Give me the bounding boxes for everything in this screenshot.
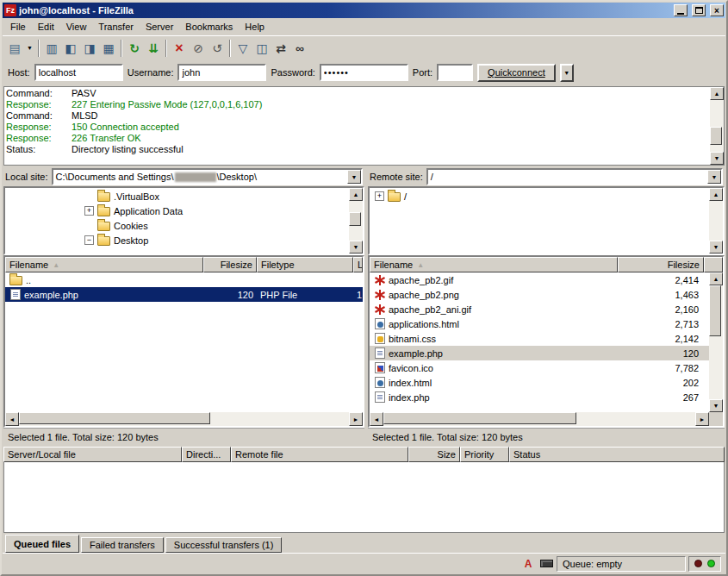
local-site-combobox[interactable]: C:\Documents and Settings\\Desktop\ ▼ [52,168,363,185]
file-row[interactable]: index.php 267 [370,390,709,404]
remote-tree-scrollbar[interactable]: ▲ ▼ [709,188,723,254]
scroll-up-icon[interactable]: ▲ [710,87,724,100]
file-row[interactable]: .. [5,272,363,287]
scrollbar-thumb[interactable] [709,285,721,336]
tree-item[interactable]: −Desktop [5,233,349,247]
scrollbar-thumb[interactable] [349,212,361,226]
menu-file[interactable]: File [4,20,32,34]
menu-bookmarks[interactable]: Bookmarks [179,20,239,34]
reconnect-icon[interactable]: ↺ [208,39,227,58]
column-header-filesize[interactable]: Filesize [203,257,257,272]
ascii-datatype-icon: A [520,557,536,571]
local-tree-scrollbar[interactable]: ▲ ▼ [349,188,363,254]
quickconnect-dropdown-icon[interactable]: ▼ [560,64,574,82]
port-input[interactable] [437,64,473,81]
column-header-filesize[interactable]: Filesize [618,257,704,272]
scrollbar-thumb[interactable] [383,412,576,424]
folder-icon [388,192,401,202]
menu-edit[interactable]: Edit [32,20,60,34]
column-header-filename[interactable]: Filename▲ [5,257,203,272]
maximize-button[interactable] [692,4,706,16]
tree-item[interactable]: .VirtualBox [5,189,349,203]
file-row[interactable]: index.html 202 [370,375,709,390]
minimize-button[interactable] [674,4,688,16]
queue-body[interactable] [3,462,725,533]
collapse-icon[interactable]: − [84,235,94,245]
tab-queued-files[interactable]: Queued files [5,535,79,553]
file-row[interactable]: favicon.ico 7,782 [370,360,709,375]
file-row-selected[interactable]: example.php 120 [370,346,709,360]
username-input[interactable] [177,64,266,81]
scroll-left-icon[interactable]: ◄ [370,412,383,426]
file-row[interactable]: apache_pb2_ani.gif 2,160 [370,302,709,316]
local-tree-toggle-icon[interactable]: ◧ [61,39,80,58]
expand-icon[interactable]: + [84,206,94,216]
column-header-direction[interactable]: Directi... [182,447,231,462]
site-manager-icon[interactable]: ▤ [5,39,24,58]
password-input[interactable] [320,64,408,81]
column-header-priority[interactable]: Priority [460,447,509,462]
scroll-left-icon[interactable]: ◄ [5,412,19,426]
tree-item[interactable]: +Application Data [5,203,349,218]
log-scrollbar[interactable]: ▲ ▼ [710,87,724,165]
scroll-down-icon[interactable]: ▼ [710,152,724,165]
cancel-icon[interactable]: × [170,39,189,58]
tree-item[interactable]: +/ [370,189,709,203]
refresh-icon[interactable]: ↻ [125,39,144,58]
filter-icon[interactable]: ▽ [233,39,252,58]
scroll-up-icon[interactable]: ▲ [349,188,363,201]
file-row[interactable]: applications.html 2,713 [370,316,709,331]
column-header-filetype[interactable]: Filetype [257,257,353,272]
column-header-filename[interactable]: Filename▲ [370,257,618,272]
scroll-right-icon[interactable]: ► [349,412,363,426]
expand-icon[interactable]: + [375,191,384,201]
column-header-status[interactable]: Status [509,447,725,462]
local-hscrollbar[interactable]: ◄ ► [5,412,363,426]
file-row[interactable]: bitnami.css 2,142 [370,331,709,346]
scrollbar-thumb[interactable] [19,412,210,424]
menu-help[interactable]: Help [239,20,271,34]
column-header-size[interactable]: Size [408,447,460,462]
remote-list-scrollbar[interactable]: ▲ ▼ [709,272,723,412]
column-header-modified[interactable]: L [353,257,363,272]
username-label: Username: [128,67,174,78]
host-label: Host: [8,67,30,78]
file-row-selected[interactable]: example.php 120 PHP File 1 [5,287,363,302]
scroll-down-icon[interactable]: ▼ [349,241,363,254]
message-log-text: Command:PASV Response:227 Entering Passi… [4,87,710,165]
remote-site-combobox[interactable]: / ▼ [426,168,723,185]
host-input[interactable] [34,64,123,81]
scroll-down-icon[interactable]: ▼ [709,241,723,254]
remote-hscrollbar[interactable]: ◄ ► [370,412,723,426]
scroll-right-icon[interactable]: ► [695,412,709,426]
scrollbar-thumb[interactable] [710,127,722,144]
column-header-remote-file[interactable]: Remote file [231,447,408,462]
message-log-toggle-icon[interactable]: ▥ [42,39,61,58]
column-header-blank [704,257,723,272]
sync-browsing-icon[interactable]: ⇄ [271,39,290,58]
scroll-down-icon[interactable]: ▼ [709,399,723,412]
process-queue-icon[interactable]: ⇊ [144,39,163,58]
close-button[interactable]: × [710,4,724,16]
toolbar-separator [121,40,122,57]
tree-item[interactable]: Cookies [5,218,349,233]
disconnect-icon[interactable]: ⊘ [189,39,208,58]
site-manager-dropdown-icon[interactable]: ▼ [24,39,35,58]
tab-successful-transfers[interactable]: Successful transfers (1) [165,537,283,553]
file-row[interactable]: apache_pb2.png 1,463 [370,287,709,302]
remote-tree-toggle-icon[interactable]: ◨ [80,39,99,58]
menu-server[interactable]: Server [140,20,179,34]
menu-transfer[interactable]: Transfer [92,20,140,34]
scroll-up-icon[interactable]: ▲ [709,272,723,285]
combo-dropdown-icon[interactable]: ▼ [347,170,361,184]
file-row[interactable]: apache_pb2.gif 2,414 [370,272,709,287]
find-icon[interactable]: ∞ [290,39,309,58]
scroll-up-icon[interactable]: ▲ [709,188,723,201]
compare-icon[interactable]: ◫ [252,39,271,58]
column-header-server-local-file[interactable]: Server/Local file [3,447,182,462]
quickconnect-button[interactable]: Quickconnect [477,64,556,82]
menu-view[interactable]: View [60,20,93,34]
tab-failed-transfers[interactable]: Failed transfers [81,537,164,553]
combo-dropdown-icon[interactable]: ▼ [707,170,721,184]
queue-toggle-icon[interactable]: ▦ [99,39,118,58]
